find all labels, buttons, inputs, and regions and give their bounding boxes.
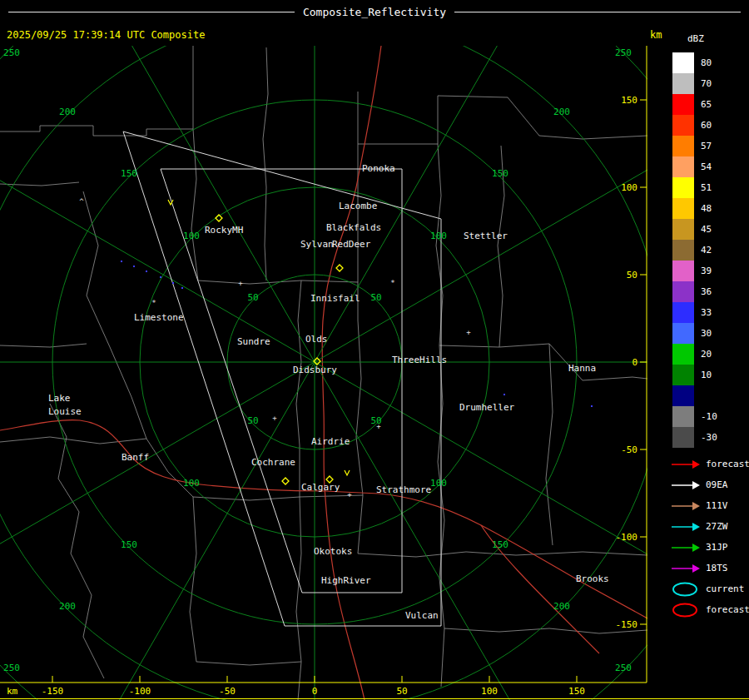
- legend-arrow-icon: [671, 519, 701, 535]
- legend-arrow-icon: [671, 560, 701, 577]
- colorscale-value: 57: [701, 141, 712, 151]
- colorscale-swatch: [672, 240, 694, 261]
- colorscale-row: -10: [672, 406, 717, 427]
- legend-item-label: current: [706, 583, 744, 594]
- legend-item: 31JP: [671, 537, 749, 558]
- legend-item-label: forecast: [706, 459, 749, 469]
- city-label: Brooks: [576, 573, 609, 584]
- colorscale-swatch: [672, 177, 694, 198]
- radial-line: [315, 362, 647, 595]
- colorscale-value: 42: [701, 245, 712, 256]
- colorscale-value: 60: [701, 120, 712, 131]
- colorscale-value: 36: [701, 286, 712, 297]
- radial-line: [0, 129, 315, 362]
- obstruction-marker: ^: [79, 197, 84, 206]
- city-label: Limestone: [134, 312, 184, 323]
- legend-item: forecast: [671, 454, 749, 474]
- city-label: Cochrane: [251, 457, 295, 468]
- range-distance-label: 200: [553, 107, 570, 117]
- colorscale-swatch: [672, 406, 694, 427]
- airport-diamond-marker: [282, 478, 289, 484]
- colorscale-value: 80: [701, 57, 712, 68]
- city-label: Vulcan: [405, 610, 439, 621]
- airport-diamond-marker: [336, 265, 343, 271]
- colorscale-swatch: [672, 365, 694, 385]
- legend-item: 27ZW: [671, 516, 749, 537]
- colorscale-value: 10: [701, 370, 712, 380]
- legend-item-label: 31JP: [706, 542, 728, 553]
- city-label: HighRiver: [321, 575, 371, 586]
- chevron-marker: [345, 470, 350, 475]
- x-axis-tick-label: -150: [42, 686, 64, 697]
- colorscale-swatch: [672, 281, 694, 302]
- obstruction-marker: *: [390, 279, 394, 287]
- x-axis-tick-label: 50: [396, 686, 407, 697]
- colorscale-row: 57: [672, 136, 717, 156]
- range-distance-label: 50: [247, 292, 258, 303]
- km-unit-label-bottom: km: [7, 686, 18, 697]
- colorscale-row: [672, 385, 717, 406]
- colorscale-row: 51: [672, 177, 717, 198]
- radial-line: [82, 46, 315, 362]
- y-axis-tick-label: 150: [621, 95, 637, 106]
- city-label: Okotoks: [314, 546, 352, 557]
- city-label: ThreeHills: [392, 355, 447, 365]
- city-label: Louise: [48, 406, 82, 417]
- timestamp: 2025/09/25 17:39:14 UTC Composite: [7, 29, 205, 41]
- legend-item-label: 27ZW: [706, 521, 728, 532]
- obstruction-marker: +: [238, 279, 243, 287]
- colorscale-row: 20: [672, 344, 717, 365]
- colorscale-row: 30: [672, 323, 717, 344]
- legend-arrow-icon: [671, 477, 701, 494]
- x-axis-tick-label: 0: [312, 686, 318, 697]
- range-distance-label: 150: [121, 539, 137, 550]
- colorscale-swatch: [672, 115, 694, 136]
- city-label: Ponoka: [362, 163, 395, 174]
- echo-speckle: [146, 271, 147, 272]
- city-label: Olds: [305, 334, 328, 345]
- colorscale-swatch: [672, 156, 694, 177]
- city-label: Drumheller: [459, 402, 515, 413]
- city-labels: PonokaLacombeBlackfaldsSylvanRedDeerStet…: [48, 163, 609, 621]
- colorscale-title: dBZ: [687, 33, 704, 44]
- legend-item: current: [671, 578, 749, 599]
- radar-coverage-outline: [123, 132, 441, 626]
- y-axis-tick-label: -150: [616, 619, 638, 630]
- legend-arrow-icon: [671, 456, 701, 473]
- city-label: Sylvan: [300, 239, 334, 250]
- range-distance-label: 100: [183, 478, 200, 489]
- x-axis-tick-label: 150: [568, 686, 585, 697]
- radar-map-canvas[interactable]: ^+**++++ PonokaLacombeBlackfaldsSylvanRe…: [0, 46, 647, 700]
- colorscale-row: 45: [672, 219, 717, 240]
- obstruction-marker: +: [347, 490, 352, 499]
- colorscale-value: 51: [701, 182, 712, 193]
- colorscale-swatch: [672, 136, 694, 156]
- legend-item: 111V: [671, 495, 749, 516]
- range-distance-label: 50: [370, 292, 381, 303]
- range-distance-label: 250: [615, 663, 632, 673]
- sidebar: dBZ 80706560575451484542393633302010-10-…: [647, 0, 749, 700]
- radial-line: [0, 362, 315, 595]
- colorscale-row: 60: [672, 115, 717, 136]
- obstruction-marker: *: [151, 299, 156, 307]
- echo-speckle: [503, 394, 505, 395]
- range-distance-label: 200: [59, 107, 76, 117]
- city-label: Calgary: [301, 482, 340, 493]
- echo-speckle: [181, 287, 183, 289]
- range-distance-label: 50: [370, 415, 381, 426]
- city-label: Banff: [122, 452, 149, 463]
- colorscale-row: -30: [672, 427, 717, 448]
- colorscale-value: 39: [701, 266, 712, 276]
- legend-item-label: 18TS: [706, 563, 728, 573]
- city-label: Lacombe: [339, 201, 377, 211]
- legend-item-label: forecast: [706, 604, 749, 615]
- echo-speckle: [160, 276, 161, 278]
- city-label: Stettler: [464, 231, 508, 241]
- window-title: Composite_Reflectivity: [303, 6, 446, 18]
- city-label: Blackfalds: [326, 222, 381, 233]
- range-distance-label: 100: [430, 478, 447, 489]
- colorscale-row: 80: [672, 52, 717, 73]
- city-label: Innisfail: [310, 293, 360, 304]
- colorscale-value: 70: [701, 78, 712, 89]
- colorscale-row: 54: [672, 156, 717, 177]
